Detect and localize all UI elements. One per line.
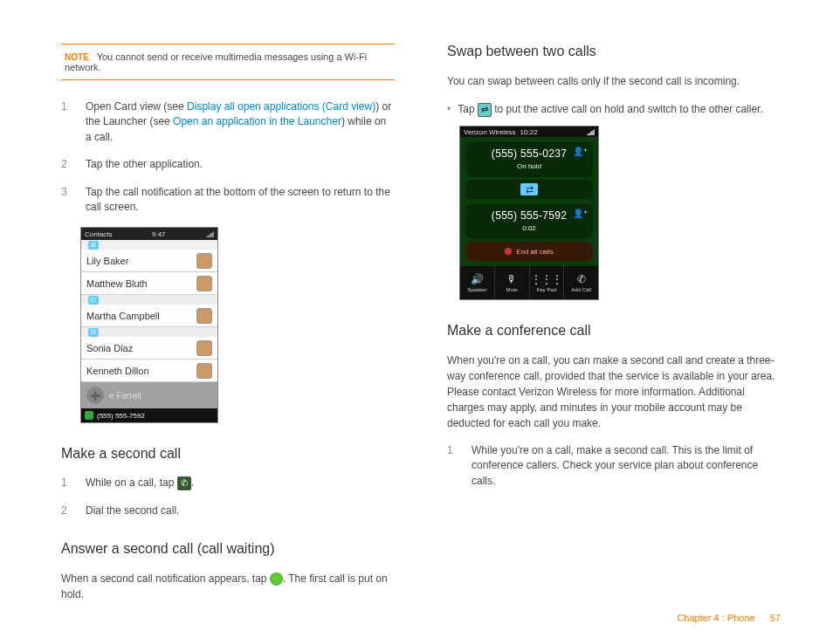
call-notification: (555) 555-7592 (81, 408, 217, 422)
list-item: Martha Campbell (81, 305, 217, 327)
avatar (196, 308, 212, 324)
figure-in-call: Verizon Wireless 10:22 👤⁺ (555) 555-0237… (459, 126, 781, 300)
note-box: NOTE You cannot send or receive multimed… (61, 44, 395, 80)
para-conference: When you're on a call, you can make a se… (447, 353, 781, 431)
signal-icon (586, 129, 595, 135)
left-column: NOTE You cannot send or receive multimed… (61, 44, 395, 614)
call-number: (555) 555-7592 (471, 209, 588, 222)
step-number: 1 (61, 476, 70, 490)
step-text: While you're on a call, make a second ca… (472, 443, 781, 489)
step-text: Dial the second call. (86, 504, 395, 518)
bullet-icon: • (447, 101, 451, 117)
call-button-row: 🔊Speaker 🎙Mute ⋮⋮⋮Key Pad ✆Add Call (460, 266, 598, 299)
para-answer-second: When a second call notification appears,… (61, 571, 395, 602)
call-card-2: 👤⁺ (555) 555-7592 0:02 (465, 204, 593, 239)
step-number: 1 (61, 99, 70, 145)
note-label: NOTE (65, 52, 89, 62)
steps-open-card: 1 Open Card view (see Display all open a… (61, 99, 395, 215)
add-caller-icon: 👤⁺ (573, 209, 588, 218)
list-item: Sonia Diaz (81, 337, 217, 360)
end-call-icon (505, 248, 512, 255)
status-time: 10:22 (520, 128, 538, 136)
dialpad-icon: ✆ (177, 476, 191, 490)
phone-icon (85, 411, 93, 420)
page-number: 57 (770, 613, 781, 623)
keypad-icon: ⋮⋮⋮ (531, 273, 562, 285)
add-call-icon: ✆ (577, 273, 586, 285)
step-number: 3 (61, 185, 70, 216)
list-item: Lily Baker (81, 250, 217, 272)
figure-contacts: Contacts 9:47 B Lily Baker Matthew Bluth… (80, 227, 395, 423)
avatar (196, 363, 212, 379)
heading-answer-second-call: Answer a second call (call waiting) (61, 541, 395, 557)
bullet-swap: • Tap ⇄ to put the active call on hold a… (447, 101, 781, 117)
speaker-button: 🔊Speaker (460, 266, 494, 299)
call-duration: 0:02 (471, 224, 588, 232)
call-number: (555) 555-0237 (471, 147, 588, 160)
call-status: On hold (471, 162, 588, 170)
end-all-calls-button: End all calls (465, 242, 593, 261)
note-text: You cannot send or receive multimedia me… (65, 51, 367, 72)
step-text: Tap the other application. (86, 157, 395, 172)
add-caller-icon: 👤⁺ (573, 147, 588, 156)
add-contact-icon: ➕ (86, 387, 104, 404)
heading-swap-calls: Swap between two calls (447, 44, 781, 59)
mute-button: 🎙Mute (494, 266, 529, 299)
step-text: Tap the call notification at the bottom … (86, 185, 395, 216)
avatar (196, 340, 212, 356)
list-item: Matthew Bluth (81, 272, 217, 295)
fig-header-time: 9:47 (152, 230, 166, 238)
avatar (196, 276, 212, 291)
speaker-icon: 🔊 (471, 273, 484, 285)
swap-button: ⇄ (465, 180, 593, 199)
signal-icon (205, 231, 214, 237)
swap-icon: ⇄ (520, 183, 538, 195)
steps-second-call: 1 While on a call, tap ✆. 2 Dial the sec… (61, 476, 395, 518)
chapter-label: Chapter 4 : Phone (677, 613, 754, 623)
add-call-button: ✆Add Call (563, 266, 598, 299)
keypad-button: ⋮⋮⋮Key Pad (529, 266, 564, 299)
dimmed-row: ➕ e Farrell (81, 382, 217, 408)
para-swap: You can swap between calls only if the s… (447, 73, 781, 89)
step-number: 2 (61, 157, 70, 172)
link-launcher[interactable]: Open an application in the Launcher (173, 115, 341, 127)
call-card-1: 👤⁺ (555) 555-0237 On hold (465, 142, 593, 177)
steps-conference: 1 While you're on a call, make a second … (447, 443, 781, 489)
link-card-view[interactable]: Display all open applications (Card view… (187, 100, 375, 113)
carrier-label: Verizon Wireless (464, 128, 516, 136)
letter-badge: B (88, 241, 99, 250)
heading-conference-call: Make a conference call (447, 323, 781, 339)
step-number: 2 (61, 504, 70, 518)
step-number: 1 (447, 443, 456, 489)
mute-icon: 🎙 (506, 273, 517, 285)
list-item: Kenneth Dillon (81, 360, 217, 382)
page-footer: Chapter 4 : Phone 57 (677, 613, 781, 623)
step-text: While on a call, tap ✆. (86, 476, 395, 490)
heading-make-second-call: Make a second call (61, 446, 395, 462)
step-text: Open Card view (see Display all open app… (86, 99, 395, 145)
letter-badge: D (88, 328, 99, 337)
letter-badge: C (88, 296, 99, 305)
right-column: Swap between two calls You can swap betw… (447, 44, 781, 614)
fig-header-app: Contacts (85, 230, 113, 238)
answer-call-icon (270, 572, 283, 586)
swap-icon: ⇄ (478, 103, 492, 117)
avatar (196, 253, 212, 269)
